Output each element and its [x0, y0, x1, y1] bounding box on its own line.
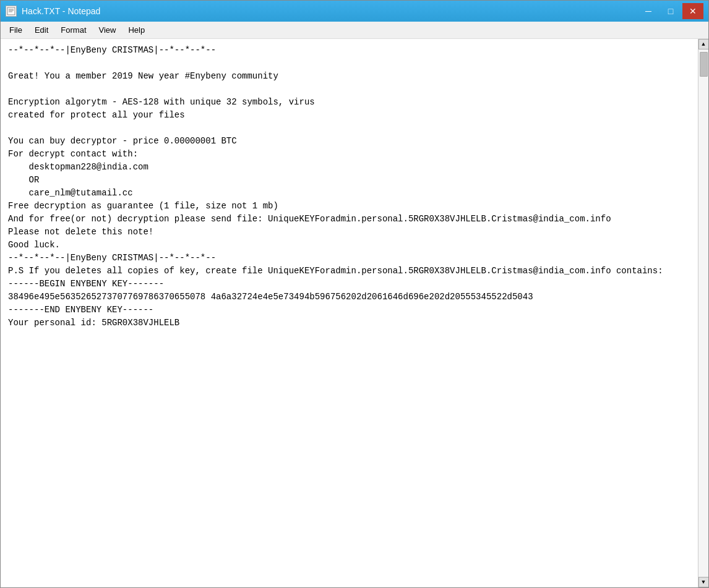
title-bar-left: Hack.TXT - Notepad [6, 6, 100, 17]
notepad-icon [6, 6, 17, 17]
menu-file[interactable]: File [3, 23, 28, 37]
title-bar-controls: ─ □ ✕ [638, 3, 703, 19]
scroll-up-button[interactable]: ▲ [698, 39, 709, 49]
text-editor[interactable]: --*--*--*--|EnyBeny CRISTMAS|--*--*--*--… [1, 39, 698, 587]
scroll-track[interactable] [698, 49, 708, 577]
scroll-down-button[interactable]: ▼ [698, 577, 709, 587]
menu-edit[interactable]: Edit [28, 23, 54, 37]
menu-view[interactable]: View [93, 23, 122, 37]
svg-rect-0 [7, 7, 15, 15]
menu-bar: File Edit Format View Help [1, 22, 708, 39]
menu-help[interactable]: Help [122, 23, 151, 37]
minimize-button[interactable]: ─ [638, 3, 659, 19]
vertical-scrollbar[interactable]: ▲ ▼ [698, 39, 708, 587]
content-area: --*--*--*--|EnyBeny CRISTMAS|--*--*--*--… [1, 39, 708, 587]
close-button[interactable]: ✕ [682, 3, 703, 19]
title-bar: Hack.TXT - Notepad ─ □ ✕ [1, 1, 708, 22]
maximize-button[interactable]: □ [660, 3, 681, 19]
scroll-thumb[interactable] [700, 52, 708, 77]
window-title: Hack.TXT - Notepad [22, 6, 100, 16]
menu-format[interactable]: Format [54, 23, 92, 37]
notepad-window: Hack.TXT - Notepad ─ □ ✕ File Edit Forma… [0, 0, 709, 588]
